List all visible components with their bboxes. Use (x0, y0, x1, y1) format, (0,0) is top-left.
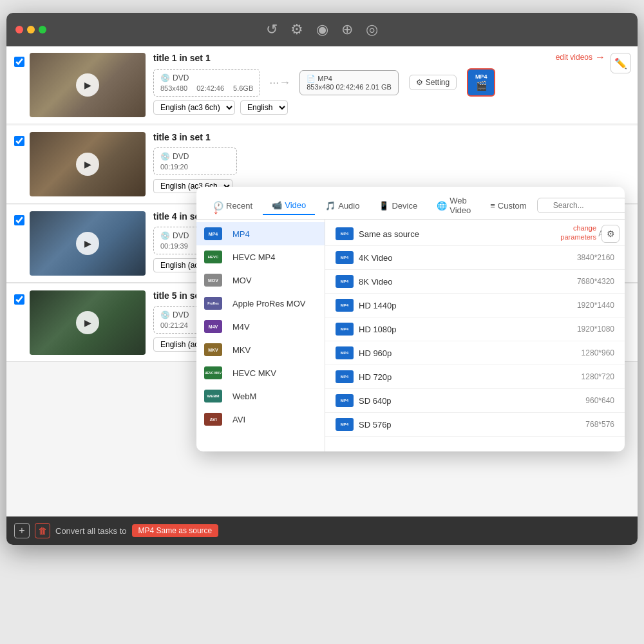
maximize-button[interactable] (39, 26, 46, 33)
video-checkbox-1[interactable] (14, 57, 24, 67)
source-resolution-1: 853x480 (160, 84, 187, 92)
edit-icon-button[interactable]: ✏️ (611, 53, 631, 73)
format-right-hd960[interactable]: MP4 HD 960p 1280*960 (325, 341, 625, 365)
hd720-icon: MP4 (336, 370, 354, 383)
source-detail-1: 853x480 02:42:46 5.6GB (160, 84, 253, 92)
format-item-m4v[interactable]: M4V M4V (196, 315, 325, 338)
tab-video[interactable]: 📹 Video (263, 196, 315, 215)
hd1440-icon: MP4 (336, 299, 354, 312)
video-checkbox-3[interactable] (14, 136, 24, 146)
video-tab-icon: 📹 (272, 200, 282, 210)
close-button[interactable] (15, 26, 23, 33)
audio-lang-select-1[interactable]: English (ac3 6ch) (153, 100, 235, 115)
reel3-icon[interactable]: ◎ (366, 21, 378, 38)
settings-icon[interactable]: ⚙ (290, 21, 303, 38)
play-button-1[interactable]: ▶ (76, 73, 99, 97)
setting-button-1[interactable]: ⚙ Setting (409, 75, 457, 90)
app-window: ↺ ⚙ ◉ ⊕ ◎ ▶ title 1 in set 1 💿 DVD (6, 13, 638, 545)
4k-icon: MP4 (336, 251, 354, 264)
restore-icon[interactable]: ↺ (266, 21, 278, 38)
edit-videos-label: edit videos → (556, 52, 605, 63)
tab-web-video[interactable]: 🌐 Web Video (428, 192, 480, 219)
titlebar-icons: ↺ ⚙ ◉ ⊕ ◎ (266, 21, 378, 38)
sd576-icon: MP4 (336, 418, 354, 431)
tab-audio[interactable]: 🎵 Audio (316, 197, 368, 214)
minimize-button[interactable] (27, 26, 35, 33)
format-item-hevc-mkv[interactable]: HEVC MKV HEVC MKV (196, 361, 325, 384)
format-right-hd1440[interactable]: MP4 HD 1440p 1920*1440 (325, 294, 625, 317)
format-item-hevc-mp4[interactable]: HEVC HEVC MP4 (196, 245, 325, 269)
format-item-prores[interactable]: ProRes Apple ProRes MOV (196, 292, 325, 315)
format-right-4k[interactable]: MP4 4K Video 3840*2160 (325, 246, 625, 270)
mp4-icon-1: 📄 (307, 75, 316, 82)
prores-format-icon: ProRes (204, 297, 222, 310)
hd960-icon: MP4 (336, 346, 354, 359)
tab-custom[interactable]: ≡ Custom (481, 197, 535, 214)
search-wrap: 🔍 (537, 198, 625, 213)
format-dropdown: 🕐 Recent 📹 Video 🎵 Audio 📱 Device 🌐 (196, 187, 625, 451)
titlebar: ↺ ⚙ ◉ ⊕ ◎ (6, 13, 638, 46)
avi-format-icon: AVI (204, 413, 222, 426)
mp4-format-icon: MP4 (204, 227, 222, 240)
reel2-icon[interactable]: ⊕ (341, 21, 353, 38)
source-type-3: 💿 DVD (160, 152, 230, 161)
video-item-1: ▶ title 1 in set 1 💿 DVD 853x480 02:42:4… (6, 46, 638, 124)
gear-icon-setting: ⚙ (416, 78, 423, 87)
format-right-8k[interactable]: MP4 8K Video 7680*4320 (325, 270, 625, 294)
play-button-5[interactable]: ▶ (76, 311, 99, 334)
main-content: ▶ title 1 in set 1 💿 DVD 853x480 02:42:4… (6, 46, 638, 516)
audio-tab-icon: 🎵 (325, 201, 336, 211)
format-right-hd720[interactable]: MP4 HD 720p 1280*720 (325, 365, 625, 389)
video-checkbox-5[interactable] (14, 294, 24, 305)
custom-tab-icon: ≡ (490, 201, 495, 211)
output-type-1: 📄 MP4 (307, 75, 392, 83)
source-format-3: 💿 DVD 00:19:20 (153, 147, 237, 175)
video-checkbox-4[interactable] (14, 215, 24, 225)
format-right-sd640[interactable]: MP4 SD 640p 960*640 (325, 389, 625, 413)
mp4-badge-1[interactable]: MP4 🎬 (467, 68, 495, 97)
play-button-4[interactable]: ▶ (76, 232, 99, 255)
convert-target-badge: MP4 Same as source (132, 524, 219, 537)
sd640-icon: MP4 (336, 394, 354, 407)
format-item-mkv[interactable]: MKV MKV (196, 338, 325, 361)
edit-arrow-icon: → (595, 52, 605, 63)
subtitle-lang-select-1[interactable]: English (240, 100, 288, 115)
format-item-webm[interactable]: WEBM WebM (196, 384, 325, 408)
video-thumbnail-3: ▶ (30, 132, 146, 196)
play-button-3[interactable]: ▶ (76, 153, 99, 176)
8k-icon: MP4 (336, 275, 354, 288)
format-right-sd576[interactable]: MP4 SD 576p 768*576 (325, 413, 625, 437)
source-duration-1: 02:42:46 (196, 84, 224, 92)
format-item-mov[interactable]: MOV MOV (196, 269, 325, 292)
hevc-mkv-format-icon: HEVC MKV (204, 366, 222, 379)
web-video-tab-icon: 🌐 (437, 201, 447, 211)
delete-task-button[interactable]: 🗑 (35, 523, 50, 538)
dropdown-arrow-icon: ↓ (213, 202, 219, 217)
format-item-mp4[interactable]: MP4 MP4 (196, 222, 325, 245)
video-thumbnail-5: ▶ (30, 290, 146, 355)
disc-icon-3: 💿 (160, 152, 170, 161)
tab-device[interactable]: 📱 Device (370, 197, 426, 214)
format-item-avi[interactable]: AVI AVI (196, 408, 325, 431)
device-tab-icon: 📱 (379, 201, 389, 211)
disc-icon-5: 💿 (160, 310, 170, 319)
add-task-button[interactable]: + (14, 523, 30, 538)
source-size-1: 5.6GB (233, 84, 253, 92)
mov-format-icon: MOV (204, 274, 222, 287)
traffic-lights (15, 26, 46, 33)
gear-button[interactable]: ⚙ (601, 225, 620, 243)
change-params-label: changeparameters (560, 223, 596, 242)
video-thumbnail-1: ▶ (30, 53, 146, 117)
format-right-hd1080[interactable]: MP4 HD 1080p 1920*1080 (325, 317, 625, 341)
format-arrow-1: ···→ (269, 76, 290, 90)
source-detail-3: 00:19:20 (160, 163, 230, 171)
format-search-input[interactable] (537, 198, 625, 213)
format-right-panel: changeparameters ⚙ MP4 Same as source Au… (325, 220, 625, 451)
output-format-1: 📄 MP4 853x480 02:42:46 2.01 GB (299, 70, 399, 95)
webm-format-icon: WEBM (204, 390, 222, 402)
format-row-1: 💿 DVD 853x480 02:42:46 5.6GB ···→ 📄 (153, 68, 630, 97)
disc-icon-1: 💿 (160, 73, 170, 82)
m4v-format-icon: M4V (204, 320, 222, 333)
reel-icon[interactable]: ◉ (316, 21, 328, 38)
convert-all-label: Convert all tasks to (55, 526, 127, 536)
